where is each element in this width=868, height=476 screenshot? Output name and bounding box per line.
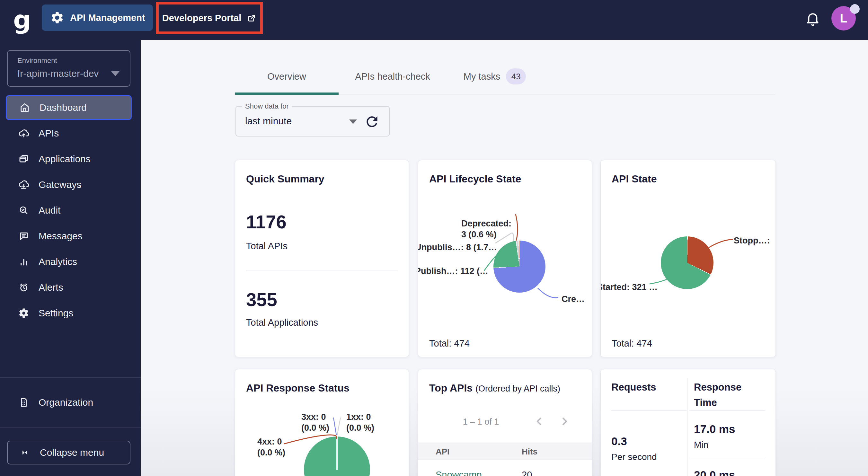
total-apis-label: Total APIs: [246, 241, 287, 252]
requests-per-second-value: 0.3: [611, 435, 627, 448]
sidebar-divider: [0, 377, 141, 378]
slice-label-4xx: 4xx: 0 (0.0 %): [257, 436, 285, 458]
card-title: Top APIs (Ordered by API calls): [429, 382, 560, 394]
sidebar-item-alerts[interactable]: Alerts: [6, 275, 132, 300]
divider: [689, 459, 765, 459]
card-requests-response-time: Requests Response Time 0.3 Per second 17…: [600, 369, 776, 476]
tab-my-tasks[interactable]: My tasks 43: [446, 59, 543, 94]
show-data-for-field: Show data for last minute: [236, 106, 390, 136]
collapse-menu-label: Collapse menu: [40, 447, 104, 458]
gear-icon: [18, 307, 30, 319]
top-apis-subtitle: (Ordered by API calls): [475, 384, 560, 393]
chevron-left-icon[interactable]: [533, 415, 546, 428]
response-time-next-value: 20.0 ms: [694, 469, 735, 476]
time-range-select[interactable]: last minute: [245, 116, 292, 127]
column-header-hits: Hits: [522, 447, 537, 457]
chevron-down-icon: [111, 71, 120, 76]
avatar-status-badge: [850, 4, 860, 14]
sidebar-item-settings[interactable]: Settings: [6, 300, 132, 326]
total-apis-value: 1176: [246, 211, 286, 232]
developers-portal-link[interactable]: Developers Portal: [159, 4, 260, 31]
alarm-clock-icon: [18, 282, 30, 293]
slice-label-unpublished: Unpublis…: 8 (1.7…: [418, 242, 497, 253]
developers-portal-label: Developers Portal: [162, 13, 242, 24]
requests-title: Requests: [611, 380, 656, 395]
total-applications-label: Total Applications: [246, 317, 318, 328]
sidebar-item-dashboard[interactable]: Dashboard: [6, 95, 132, 120]
card-title: API Response Status: [246, 382, 349, 394]
main-content: Overview APIs health-check My tasks 43 S…: [141, 40, 868, 476]
requests-per-second-label: Per second: [611, 452, 657, 462]
refresh-icon[interactable]: [364, 114, 380, 130]
organization-building-icon: [18, 397, 30, 408]
app-header: g API Management Developers Portal L: [0, 0, 868, 40]
card-title: Quick Summary: [246, 173, 324, 185]
notifications-bell-icon[interactable]: [805, 10, 821, 28]
chevron-right-icon[interactable]: [558, 415, 571, 428]
paginator-range: 1 – 1 of 1: [451, 417, 512, 427]
pie-total: Total: 474: [612, 338, 652, 349]
environment-select[interactable]: Environment fr-apim-master-dev: [7, 50, 130, 87]
avatar-letter: L: [840, 11, 847, 25]
pie-split-line: [336, 437, 338, 470]
sidebar-item-label: Audit: [38, 205, 60, 216]
tab-overview[interactable]: Overview: [235, 59, 339, 94]
slice-label-stopped: Stopp…:: [734, 235, 770, 246]
table-row: Snowcamp 20: [418, 460, 592, 476]
tab-apis-health-check[interactable]: APIs health-check: [339, 59, 446, 94]
slice-label-3xx: 3xx: 0 (0.0 %): [301, 411, 329, 433]
message-bubble-icon: [18, 230, 30, 242]
sidebar-item-gateways[interactable]: Gateways: [6, 172, 132, 197]
vertical-divider: [687, 378, 687, 476]
collapse-menu-button[interactable]: Collapse menu: [7, 441, 130, 465]
chevron-down-icon[interactable]: [349, 120, 357, 124]
table-header: API Hits: [418, 443, 592, 460]
card-title: API Lifecycle State: [429, 173, 521, 185]
show-data-for-label: Show data for: [242, 102, 292, 110]
cloud-upload-icon: [18, 128, 30, 139]
column-header-api: API: [436, 447, 450, 457]
active-tab-indicator: [235, 93, 339, 95]
home-icon: [19, 102, 31, 114]
api-link[interactable]: Snowcamp: [436, 470, 482, 476]
sidebar-item-label: Organization: [38, 397, 93, 408]
sidebar-item-label: Dashboard: [39, 102, 87, 113]
sidebar-item-label: Alerts: [38, 282, 63, 293]
sidebar-item-analytics[interactable]: Analytics: [6, 249, 132, 274]
response-time-min-value: 17.0 ms: [694, 423, 735, 436]
cloud-download-icon: [18, 179, 30, 190]
card-api-lifecycle-state: API Lifecycle State Deprecated: 3 (0.6 %…: [418, 160, 592, 357]
divider: [246, 270, 398, 271]
environment-value: fr-apim-master-dev: [17, 68, 99, 79]
sidebar-item-organization[interactable]: Organization: [6, 390, 132, 415]
bar-chart-icon: [18, 256, 30, 267]
divider: [689, 410, 765, 411]
slice-label-1xx: 1xx: 0 (0.0 %): [346, 411, 374, 433]
total-applications-value: 355: [246, 289, 277, 310]
sidebar-item-label: Settings: [38, 308, 73, 319]
sidebar-item-applications[interactable]: Applications: [6, 147, 132, 171]
api-state-pie-chart[interactable]: [661, 236, 713, 289]
sidebar-divider: [0, 427, 141, 428]
card-quick-summary: Quick Summary 1176 Total APIs 355 Total …: [235, 160, 409, 357]
tab-health-label: APIs health-check: [355, 71, 430, 82]
sidebar-item-messages[interactable]: Messages: [6, 224, 132, 249]
response-time-title: Response Time: [694, 380, 761, 410]
applications-icon: [18, 153, 30, 165]
pie-total: Total: 474: [429, 338, 470, 349]
sidebar-item-label: Applications: [38, 154, 91, 164]
divider: [611, 410, 687, 411]
gear-icon: [50, 10, 64, 25]
tab-tasks-label: My tasks: [464, 71, 500, 82]
lifecycle-pie-chart[interactable]: [493, 241, 546, 293]
top-apis-title: Top APIs: [429, 382, 472, 394]
external-link-icon: [246, 13, 257, 23]
annotation-highlight: Developers Portal: [156, 2, 263, 34]
slice-label-published: Publish…: 112 (…: [418, 265, 488, 277]
sidebar-item-apis[interactable]: APIs: [6, 121, 132, 146]
sidebar-item-label: Gateways: [38, 179, 81, 190]
sidebar-item-audit[interactable]: Audit: [6, 198, 132, 223]
slice-label-started: Started: 321 …: [600, 282, 658, 293]
api-management-button[interactable]: API Management: [42, 4, 153, 31]
gravitee-logo-icon[interactable]: g: [11, 4, 33, 35]
